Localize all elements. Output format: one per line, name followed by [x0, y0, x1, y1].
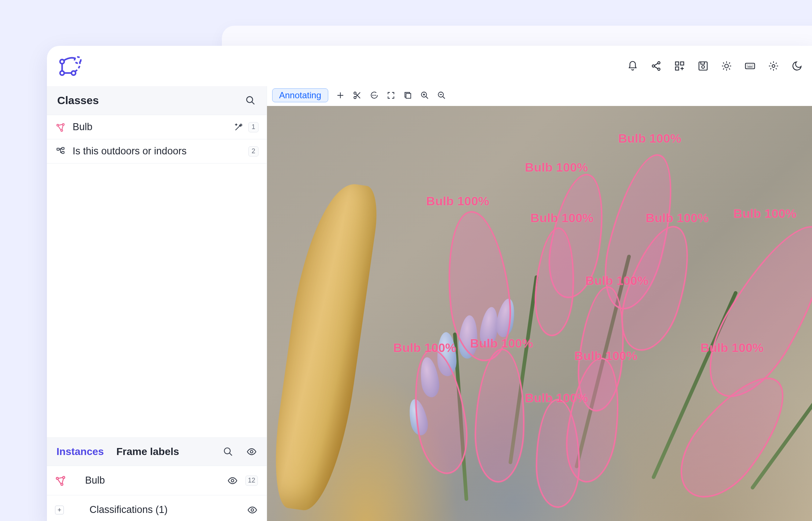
- app-header: [47, 46, 812, 86]
- visibility-eye-icon[interactable]: [246, 446, 257, 457]
- svg-rect-13: [746, 63, 755, 69]
- annotation-label: Bulb 100%: [426, 194, 489, 208]
- svg-point-24: [56, 477, 59, 480]
- annotation-canvas[interactable]: Bulb 100%Bulb 100%Bulb 100%Bulb 100%Bulb…: [267, 106, 812, 521]
- svg-rect-20: [62, 147, 64, 149]
- instance-label: Bulb: [73, 475, 220, 486]
- moon-icon[interactable]: [791, 60, 802, 71]
- instances-list: Bulb 12 + Classifications (1): [47, 466, 267, 521]
- polygon-icon: [55, 475, 66, 486]
- annotation-bulb[interactable]: [473, 348, 527, 484]
- class-label: Bulb: [73, 121, 227, 133]
- comment-icon[interactable]: [369, 91, 379, 100]
- canvas-panel: Annotating: [267, 86, 812, 521]
- svg-point-23: [250, 451, 253, 453]
- search-icon[interactable]: [245, 95, 256, 106]
- frame-icon[interactable]: [403, 91, 413, 100]
- class-label: Is this outdoors or indoors: [73, 146, 242, 157]
- keyboard-icon[interactable]: [745, 60, 756, 71]
- instance-count-badge: 12: [245, 476, 258, 486]
- svg-point-31: [372, 95, 373, 96]
- svg-point-14: [772, 65, 775, 67]
- status-chip: Annotating: [272, 88, 328, 102]
- svg-point-30: [354, 96, 356, 99]
- brightness-icon[interactable]: [721, 60, 732, 71]
- visibility-eye-icon[interactable]: [247, 505, 258, 516]
- svg-rect-8: [681, 62, 684, 65]
- svg-point-1: [72, 71, 76, 75]
- annotation-label: Bulb 100%: [701, 341, 764, 355]
- svg-point-32: [374, 95, 374, 96]
- bell-icon[interactable]: [627, 60, 638, 71]
- annotation-label: Bulb 100%: [574, 349, 637, 363]
- svg-point-16: [57, 124, 59, 126]
- svg-point-25: [63, 476, 65, 478]
- search-icon[interactable]: [223, 446, 234, 457]
- svg-point-12: [725, 64, 728, 68]
- grid-add-icon[interactable]: [674, 60, 685, 71]
- tree-question-icon: [55, 146, 66, 157]
- annotation-label: Bulb 100%: [525, 160, 588, 175]
- canvas-toolbar: Annotating: [267, 86, 812, 106]
- tab-instances[interactable]: Instances: [56, 446, 104, 458]
- svg-rect-7: [676, 62, 679, 65]
- zoom-out-icon[interactable]: [437, 91, 446, 100]
- add-icon[interactable]: [336, 91, 345, 100]
- tab-frame-labels[interactable]: Frame labels: [116, 446, 179, 458]
- annotation-label: Bulb 100%: [393, 341, 456, 355]
- header-icon-bar: [627, 60, 802, 71]
- class-count-badge: 2: [248, 146, 259, 157]
- annotation-label: Bulb 100%: [530, 211, 593, 225]
- annotation-label: Bulb 100%: [618, 131, 681, 146]
- expand-plus-icon[interactable]: +: [55, 506, 64, 514]
- app-logo[interactable]: [58, 55, 83, 77]
- svg-point-27: [231, 479, 234, 482]
- app-window: Classes Bulb: [47, 46, 812, 521]
- scissors-icon[interactable]: [352, 91, 362, 100]
- share-icon[interactable]: [651, 60, 662, 71]
- annotation-label: Bulb 100%: [585, 274, 648, 288]
- class-count-badge: 1: [248, 122, 259, 132]
- annotation-label: Bulb 100%: [645, 211, 709, 225]
- expand-icon[interactable]: [386, 91, 396, 100]
- settings-gear-icon[interactable]: [768, 60, 779, 71]
- instances-tabs: Instances Frame labels: [47, 437, 267, 466]
- svg-rect-10: [699, 62, 707, 70]
- classifications-row[interactable]: + Classifications (1): [47, 495, 267, 521]
- save-icon[interactable]: [698, 60, 709, 71]
- instance-row-bulb[interactable]: Bulb 12: [47, 466, 267, 495]
- class-row-question[interactable]: Is this outdoors or indoors 2: [47, 139, 267, 164]
- svg-point-29: [354, 92, 356, 94]
- annotation-bulb[interactable]: [407, 346, 473, 477]
- svg-rect-9: [676, 67, 679, 70]
- svg-point-33: [375, 95, 376, 96]
- classifications-label: Classifications (1): [89, 504, 239, 516]
- svg-point-11: [702, 65, 705, 68]
- background-leaf: [267, 178, 381, 515]
- svg-rect-19: [57, 148, 59, 150]
- svg-rect-34: [406, 93, 411, 98]
- svg-point-15: [247, 97, 253, 103]
- svg-point-28: [251, 509, 254, 511]
- annotation-label: Bulb 100%: [470, 336, 533, 351]
- svg-point-22: [224, 448, 230, 454]
- magic-wand-icon[interactable]: [234, 122, 243, 132]
- sidebar: Classes Bulb: [47, 86, 267, 521]
- svg-point-17: [62, 124, 64, 125]
- polygon-icon: [55, 122, 66, 133]
- svg-rect-21: [62, 151, 64, 153]
- zoom-in-icon[interactable]: [420, 91, 429, 100]
- classes-header: Classes: [47, 86, 267, 115]
- classes-title: Classes: [57, 94, 239, 107]
- annotation-label: Bulb 100%: [734, 206, 797, 221]
- classes-list: Bulb 1: [47, 115, 267, 164]
- visibility-eye-icon[interactable]: [227, 475, 238, 486]
- class-row-bulb[interactable]: Bulb 1: [47, 115, 267, 139]
- svg-point-0: [60, 71, 64, 75]
